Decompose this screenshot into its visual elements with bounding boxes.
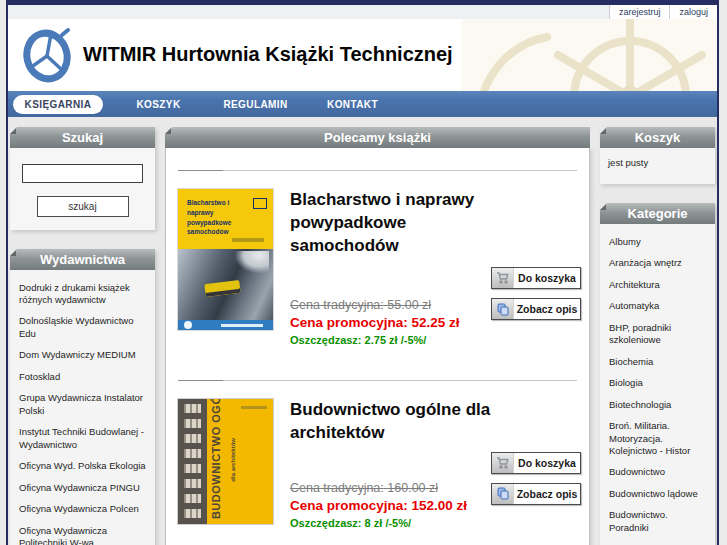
recommended-title: Polecamy książki <box>165 127 590 148</box>
document-copy-icon <box>492 484 514 504</box>
search-box: Szukaj szukaj <box>10 127 155 230</box>
recommended-panel: Blacharstwo i naprawy powypadkowe samoch… <box>165 148 590 545</box>
nav-tab-ksiegarnia[interactable]: KSIĘGARNIA <box>13 95 103 114</box>
price-savings: Oszczędzasz: 8 zł /-5%/ <box>290 517 491 529</box>
cover-main: BUDOWNICTWO OGÓLNE dla architektów <box>207 399 273 524</box>
cover-title-line: powypadkowe samochodów <box>187 218 253 238</box>
topbar: zarejestruj zaloguj <box>8 5 717 19</box>
book-cover-top: Blacharstwo i naprawy powypadkowe samoch… <box>178 189 273 249</box>
cover-title: BUDOWNICTWO OGÓLNE <box>210 399 222 519</box>
content-area: Szukaj szukaj Wydawnictwa Dodruki z druk… <box>8 117 717 545</box>
main-nav: KSIĘGARNIA KOSZYK REGULAMIN KONTAKT <box>8 91 717 117</box>
cart-box: Koszyk jest pusty <box>600 127 715 184</box>
category-link[interactable]: Architektura <box>609 274 706 296</box>
right-sidebar: Koszyk jest pusty Kategorie AlbumyAranża… <box>600 127 715 545</box>
category-link[interactable]: BHP, poradniki szkoleniowe <box>609 317 706 351</box>
cart-icon <box>492 453 514 473</box>
price-traditional: Cena tradycyjna: 160.00 zł <box>290 481 491 495</box>
category-link[interactable]: Budownictwo. Poradniki <box>609 505 706 539</box>
category-link[interactable]: Albumy <box>609 231 706 253</box>
publisher-link[interactable]: Oficyna Wyd. Polska Ekologia <box>19 456 146 478</box>
product-actions: Do koszyka Zobacz opis <box>491 399 581 529</box>
product-prices: Cena tradycyjna: 160.00 zł Cena promocyj… <box>290 481 491 529</box>
categories-box: Kategorie AlbumyAranżacja wnętrzArchitek… <box>600 203 715 545</box>
add-to-cart-button[interactable]: Do koszyka <box>491 267 581 289</box>
cover-publisher-stripe <box>178 320 273 330</box>
publisher-link[interactable]: Dolnośląskie Wydawnictwo Edu <box>19 311 146 345</box>
price-traditional: Cena tradycyjna: 55.00 zł <box>290 298 491 312</box>
cover-author <box>232 238 264 242</box>
categories-list: AlbumyAranżacja wnętrzArchitekturaAutoma… <box>600 224 715 545</box>
publisher-link[interactable]: Grupa Wydawnicza Instalator Polski <box>19 388 146 422</box>
left-sidebar: Szukaj szukaj Wydawnictwa Dodruki z druk… <box>10 127 155 545</box>
category-link[interactable]: Budownictwo <box>609 462 706 484</box>
categories-box-title: Kategorie <box>600 203 715 224</box>
price-promo: Cena promocyjna: 52.25 zł <box>290 315 491 330</box>
cart-icon <box>492 268 514 288</box>
witmir-logo-icon[interactable] <box>21 26 75 88</box>
book-cover[interactable]: BUDOWNICTWO OGÓLNE dla architektów <box>178 399 273 524</box>
register-link[interactable]: zarejestruj <box>609 5 670 19</box>
category-link[interactable]: Automatyka <box>609 296 706 318</box>
publisher-link[interactable]: Instytut Techniki Budowlanej - Wydawnict… <box>19 422 146 456</box>
publishers-box: Wydawnictwa Dodruki z drukami książek ró… <box>10 249 155 545</box>
product-actions: Do koszyka Zobacz opis <box>491 189 581 346</box>
product-item: Blacharstwo i naprawy powypadkowe samoch… <box>166 171 589 358</box>
category-link[interactable]: Biotechnologia <box>609 394 706 416</box>
publisher-link[interactable]: Dom Wydawniczy MEDIUM <box>19 345 146 367</box>
publisher-link[interactable]: Oficyna Wydawnicza Polcen <box>19 499 146 521</box>
publisher-link[interactable]: Dodruki z drukami książek różnych wydawn… <box>19 277 146 311</box>
search-button[interactable]: szukaj <box>37 196 129 217</box>
cover-photo <box>178 249 273 320</box>
product-prices: Cena tradycyjna: 55.00 zł Cena promocyjn… <box>290 298 491 346</box>
publisher-link[interactable]: Fotosklad <box>19 366 146 388</box>
document-copy-icon <box>492 299 514 319</box>
search-form: szukaj <box>10 148 155 230</box>
search-input[interactable] <box>22 164 143 183</box>
product-title[interactable]: Blacharstwo i naprawy powypadkowe samoch… <box>290 189 491 258</box>
publisher-link[interactable]: Oficyna Wydawnicza PINGU <box>19 477 146 499</box>
cover-subtitle: dla architektów <box>230 438 236 482</box>
publishers-box-title: Wydawnictwa <box>10 249 155 270</box>
price-promo: Cena promocyjna: 152.00 zł <box>290 498 491 513</box>
product-title[interactable]: Budownictwo ogólne dla architektów <box>290 399 491 445</box>
product-item: BUDOWNICTWO OGÓLNE dla architektów Budow… <box>166 381 589 541</box>
site-header: WITMIR Hurtownia Książki Technicznej <box>8 19 717 91</box>
view-description-button[interactable]: Zobacz opis <box>491 483 581 505</box>
category-link[interactable]: Aranżacja wnętrz <box>609 253 706 275</box>
ship-wheel-watermark-icon <box>462 19 717 91</box>
publishers-list: Dodruki z drukami książek różnych wydawn… <box>10 270 155 545</box>
view-description-button[interactable]: Zobacz opis <box>491 298 581 320</box>
cover-title-line: Blacharstwo i naprawy <box>187 198 253 218</box>
cart-status: jest pusty <box>600 148 715 184</box>
cover-badge <box>253 198 267 209</box>
account-links: zarejestruj zaloguj <box>609 5 717 19</box>
book-cover[interactable]: Blacharstwo i naprawy powypadkowe samoch… <box>178 189 273 330</box>
login-link[interactable]: zaloguj <box>669 5 717 19</box>
search-box-title: Szukaj <box>10 127 155 148</box>
product-info: Blacharstwo i naprawy powypadkowe samoch… <box>273 189 491 346</box>
cover-author <box>241 406 267 409</box>
main-column: Polecamy książki Blacharstwo i naprawy p… <box>165 127 590 545</box>
category-link[interactable]: Budownictwo lądowe <box>609 483 706 505</box>
cover-picto-strip <box>178 399 207 524</box>
price-savings: Oszczędzasz: 2.75 zł /-5%/ <box>290 334 491 346</box>
product-info: Budownictwo ogólne dla architektów Cena … <box>273 399 491 529</box>
category-link[interactable]: Biochemia <box>609 351 706 373</box>
page-title: WITMIR Hurtownia Książki Technicznej <box>83 43 453 66</box>
category-link[interactable]: Biologia <box>609 373 706 395</box>
add-to-cart-button[interactable]: Do koszyka <box>491 452 581 474</box>
publisher-link[interactable]: Oficyna Wydawnicza Politechniki W-wa <box>19 520 146 545</box>
category-link[interactable]: Chemia <box>609 539 706 545</box>
nav-tab-regulamin[interactable]: REGULAMIN <box>207 99 304 110</box>
nav-tab-koszyk[interactable]: KOSZYK <box>110 99 207 110</box>
category-link[interactable]: Broń. Militaria. Motoryzacja. Kolejnictw… <box>609 416 706 462</box>
cart-box-title: Koszyk <box>600 127 715 148</box>
nav-tab-kontakt[interactable]: KONTAKT <box>304 99 401 110</box>
page-frame: zarejestruj zaloguj <box>6 0 719 545</box>
